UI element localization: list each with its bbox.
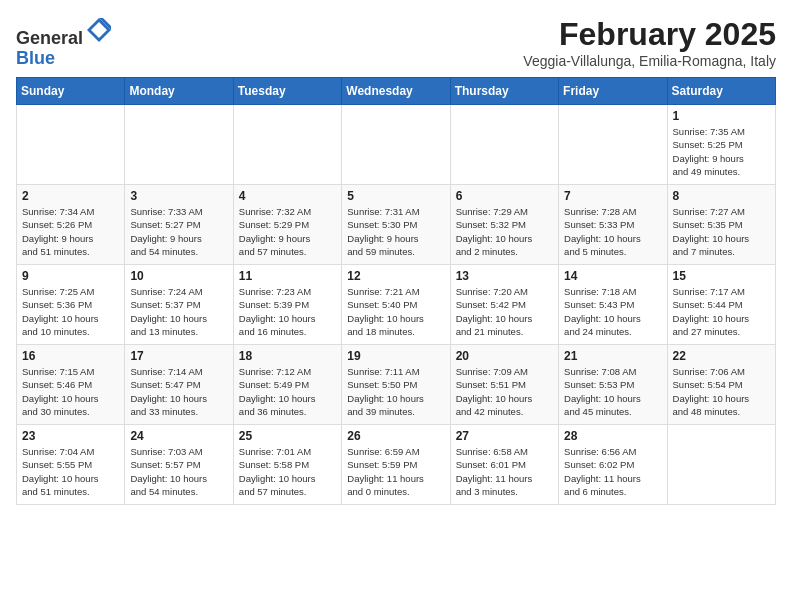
day-info: Sunrise: 7:33 AM Sunset: 5:27 PM Dayligh… [130, 205, 227, 258]
day-number: 9 [22, 269, 119, 283]
calendar-cell: 4Sunrise: 7:32 AM Sunset: 5:29 PM Daylig… [233, 185, 341, 265]
day-info: Sunrise: 7:08 AM Sunset: 5:53 PM Dayligh… [564, 365, 661, 418]
day-number: 8 [673, 189, 770, 203]
calendar-cell: 15Sunrise: 7:17 AM Sunset: 5:44 PM Dayli… [667, 265, 775, 345]
day-number: 2 [22, 189, 119, 203]
calendar-cell: 11Sunrise: 7:23 AM Sunset: 5:39 PM Dayli… [233, 265, 341, 345]
calendar-cell: 14Sunrise: 7:18 AM Sunset: 5:43 PM Dayli… [559, 265, 667, 345]
calendar-week-row: 23Sunrise: 7:04 AM Sunset: 5:55 PM Dayli… [17, 425, 776, 505]
day-info: Sunrise: 7:18 AM Sunset: 5:43 PM Dayligh… [564, 285, 661, 338]
calendar-week-row: 16Sunrise: 7:15 AM Sunset: 5:46 PM Dayli… [17, 345, 776, 425]
day-number: 11 [239, 269, 336, 283]
calendar-cell [125, 105, 233, 185]
calendar-cell [450, 105, 558, 185]
day-number: 18 [239, 349, 336, 363]
day-number: 3 [130, 189, 227, 203]
calendar-cell: 13Sunrise: 7:20 AM Sunset: 5:42 PM Dayli… [450, 265, 558, 345]
day-number: 5 [347, 189, 444, 203]
calendar-cell: 21Sunrise: 7:08 AM Sunset: 5:53 PM Dayli… [559, 345, 667, 425]
title-block: February 2025 Veggia-Villalunga, Emilia-… [523, 16, 776, 69]
calendar-cell: 6Sunrise: 7:29 AM Sunset: 5:32 PM Daylig… [450, 185, 558, 265]
calendar-cell: 28Sunrise: 6:56 AM Sunset: 6:02 PM Dayli… [559, 425, 667, 505]
month-year: February 2025 [523, 16, 776, 53]
day-number: 15 [673, 269, 770, 283]
day-info: Sunrise: 7:34 AM Sunset: 5:26 PM Dayligh… [22, 205, 119, 258]
day-info: Sunrise: 7:27 AM Sunset: 5:35 PM Dayligh… [673, 205, 770, 258]
day-info: Sunrise: 7:11 AM Sunset: 5:50 PM Dayligh… [347, 365, 444, 418]
calendar-cell: 12Sunrise: 7:21 AM Sunset: 5:40 PM Dayli… [342, 265, 450, 345]
day-number: 24 [130, 429, 227, 443]
day-info: Sunrise: 7:24 AM Sunset: 5:37 PM Dayligh… [130, 285, 227, 338]
calendar-cell: 10Sunrise: 7:24 AM Sunset: 5:37 PM Dayli… [125, 265, 233, 345]
calendar-cell: 26Sunrise: 6:59 AM Sunset: 5:59 PM Dayli… [342, 425, 450, 505]
calendar-cell: 17Sunrise: 7:14 AM Sunset: 5:47 PM Dayli… [125, 345, 233, 425]
day-info: Sunrise: 7:25 AM Sunset: 5:36 PM Dayligh… [22, 285, 119, 338]
calendar-cell: 23Sunrise: 7:04 AM Sunset: 5:55 PM Dayli… [17, 425, 125, 505]
day-number: 28 [564, 429, 661, 443]
day-number: 7 [564, 189, 661, 203]
day-number: 23 [22, 429, 119, 443]
calendar-cell: 8Sunrise: 7:27 AM Sunset: 5:35 PM Daylig… [667, 185, 775, 265]
logo-general: General [16, 28, 83, 48]
location: Veggia-Villalunga, Emilia-Romagna, Italy [523, 53, 776, 69]
calendar-cell: 16Sunrise: 7:15 AM Sunset: 5:46 PM Dayli… [17, 345, 125, 425]
calendar-week-row: 1Sunrise: 7:35 AM Sunset: 5:25 PM Daylig… [17, 105, 776, 185]
day-info: Sunrise: 6:59 AM Sunset: 5:59 PM Dayligh… [347, 445, 444, 498]
weekday-header: Friday [559, 78, 667, 105]
day-info: Sunrise: 7:32 AM Sunset: 5:29 PM Dayligh… [239, 205, 336, 258]
day-info: Sunrise: 7:09 AM Sunset: 5:51 PM Dayligh… [456, 365, 553, 418]
weekday-header: Thursday [450, 78, 558, 105]
day-info: Sunrise: 6:56 AM Sunset: 6:02 PM Dayligh… [564, 445, 661, 498]
weekday-header: Wednesday [342, 78, 450, 105]
weekday-header: Sunday [17, 78, 125, 105]
logo: General Blue [16, 16, 113, 69]
day-number: 27 [456, 429, 553, 443]
calendar-cell [233, 105, 341, 185]
calendar-cell: 22Sunrise: 7:06 AM Sunset: 5:54 PM Dayli… [667, 345, 775, 425]
day-number: 10 [130, 269, 227, 283]
calendar-cell: 1Sunrise: 7:35 AM Sunset: 5:25 PM Daylig… [667, 105, 775, 185]
day-number: 13 [456, 269, 553, 283]
day-info: Sunrise: 7:12 AM Sunset: 5:49 PM Dayligh… [239, 365, 336, 418]
day-info: Sunrise: 7:14 AM Sunset: 5:47 PM Dayligh… [130, 365, 227, 418]
day-info: Sunrise: 7:23 AM Sunset: 5:39 PM Dayligh… [239, 285, 336, 338]
weekday-header: Tuesday [233, 78, 341, 105]
day-info: Sunrise: 7:21 AM Sunset: 5:40 PM Dayligh… [347, 285, 444, 338]
calendar-cell: 27Sunrise: 6:58 AM Sunset: 6:01 PM Dayli… [450, 425, 558, 505]
calendar-cell: 7Sunrise: 7:28 AM Sunset: 5:33 PM Daylig… [559, 185, 667, 265]
day-number: 26 [347, 429, 444, 443]
calendar-cell: 25Sunrise: 7:01 AM Sunset: 5:58 PM Dayli… [233, 425, 341, 505]
weekday-header: Saturday [667, 78, 775, 105]
weekday-header-row: SundayMondayTuesdayWednesdayThursdayFrid… [17, 78, 776, 105]
day-info: Sunrise: 7:04 AM Sunset: 5:55 PM Dayligh… [22, 445, 119, 498]
day-number: 14 [564, 269, 661, 283]
calendar-week-row: 2Sunrise: 7:34 AM Sunset: 5:26 PM Daylig… [17, 185, 776, 265]
calendar-cell [559, 105, 667, 185]
day-number: 4 [239, 189, 336, 203]
logo-icon [85, 16, 113, 44]
calendar-cell: 9Sunrise: 7:25 AM Sunset: 5:36 PM Daylig… [17, 265, 125, 345]
calendar-table: SundayMondayTuesdayWednesdayThursdayFrid… [16, 77, 776, 505]
day-info: Sunrise: 7:29 AM Sunset: 5:32 PM Dayligh… [456, 205, 553, 258]
day-info: Sunrise: 6:58 AM Sunset: 6:01 PM Dayligh… [456, 445, 553, 498]
day-number: 1 [673, 109, 770, 123]
day-number: 19 [347, 349, 444, 363]
day-number: 25 [239, 429, 336, 443]
day-info: Sunrise: 7:35 AM Sunset: 5:25 PM Dayligh… [673, 125, 770, 178]
day-info: Sunrise: 7:31 AM Sunset: 5:30 PM Dayligh… [347, 205, 444, 258]
day-number: 12 [347, 269, 444, 283]
day-info: Sunrise: 7:01 AM Sunset: 5:58 PM Dayligh… [239, 445, 336, 498]
day-info: Sunrise: 7:20 AM Sunset: 5:42 PM Dayligh… [456, 285, 553, 338]
day-number: 21 [564, 349, 661, 363]
day-number: 20 [456, 349, 553, 363]
day-number: 6 [456, 189, 553, 203]
day-number: 22 [673, 349, 770, 363]
calendar-week-row: 9Sunrise: 7:25 AM Sunset: 5:36 PM Daylig… [17, 265, 776, 345]
calendar-cell: 2Sunrise: 7:34 AM Sunset: 5:26 PM Daylig… [17, 185, 125, 265]
day-info: Sunrise: 7:17 AM Sunset: 5:44 PM Dayligh… [673, 285, 770, 338]
calendar-cell [342, 105, 450, 185]
day-info: Sunrise: 7:03 AM Sunset: 5:57 PM Dayligh… [130, 445, 227, 498]
day-info: Sunrise: 7:15 AM Sunset: 5:46 PM Dayligh… [22, 365, 119, 418]
calendar-cell: 24Sunrise: 7:03 AM Sunset: 5:57 PM Dayli… [125, 425, 233, 505]
calendar-cell: 3Sunrise: 7:33 AM Sunset: 5:27 PM Daylig… [125, 185, 233, 265]
